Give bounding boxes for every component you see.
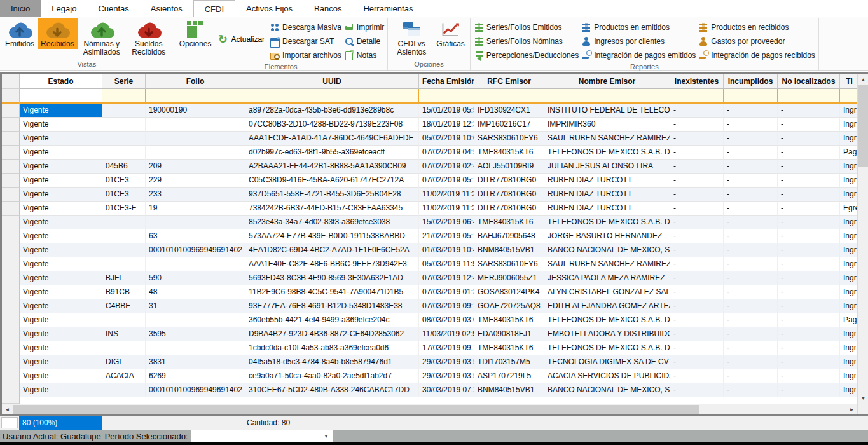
table-cell[interactable]: a897282a-0dca-435b-b3e6-dd913e289b8c — [245, 104, 419, 118]
table-cell[interactable]: GOAE720725AQ8 — [474, 299, 544, 313]
filter-cell[interactable] — [419, 89, 474, 104]
row-header[interactable] — [2, 341, 20, 355]
table-cell[interactable]: Vigente — [20, 118, 102, 132]
grid-corner-cell[interactable] — [2, 74, 20, 89]
table-cell[interactable]: 233 — [146, 188, 245, 202]
row-header[interactable] — [2, 229, 20, 243]
table-cell[interactable]: Vigente — [20, 188, 102, 202]
table-cell[interactable]: 01CE3-E — [102, 202, 146, 216]
table-cell[interactable]: Vigente — [20, 271, 102, 285]
table-cell[interactable]: SARS830610FY6 — [474, 257, 544, 271]
table-cell[interactable] — [102, 104, 146, 118]
tab-cfdi[interactable]: CFDI — [193, 0, 235, 17]
table-cell[interactable]: - — [724, 257, 778, 271]
row-header[interactable] — [2, 271, 20, 285]
table-cell[interactable]: 3831 — [146, 355, 245, 369]
table-cell[interactable]: 1cbdc0da-c10f-4a53-ab83-a369efcea0d6 — [245, 341, 419, 355]
table-cell[interactable]: Vigente — [20, 132, 102, 146]
table-cell[interactable]: - — [778, 369, 840, 383]
cfdi-vs-asientos-button[interactable]: CFDI vs Asientos — [390, 18, 433, 57]
table-cell[interactable]: - — [670, 341, 724, 355]
table-cell[interactable]: 573AA724-E77B-439E-B0D0-1911538BABBD — [245, 229, 419, 243]
table-cell[interactable]: 08/03/2019 03:07: — [419, 313, 474, 327]
table-cell[interactable]: - — [724, 271, 778, 285]
table-cell[interactable]: - — [778, 313, 840, 327]
table-cell[interactable]: Vigente — [20, 104, 102, 118]
table-cell[interactable]: 5693FD43-8C3B-4F90-8569-3E30A632F1AD — [245, 271, 419, 285]
table-cell[interactable]: - — [724, 188, 778, 202]
table-cell[interactable]: Vigente — [20, 174, 102, 188]
column-header[interactable]: Serie — [102, 74, 146, 89]
table-cell[interactable] — [146, 118, 245, 132]
row-header[interactable] — [2, 216, 20, 229]
table-cell[interactable]: 48 — [146, 285, 245, 299]
row-header[interactable] — [2, 355, 20, 369]
table-cell[interactable]: 17/03/2019 09:19: — [419, 341, 474, 355]
table-cell[interactable]: ACACIA — [102, 369, 146, 383]
table-cell[interactable]: - — [670, 271, 724, 285]
importar-archivos-button[interactable]: Importar archivos — [270, 49, 341, 62]
table-cell[interactable]: 15/01/2019 05:59: — [419, 104, 474, 118]
filter-cell[interactable] — [840, 89, 857, 104]
table-cell[interactable]: TELEFONOS DE MEXICO S.A.B. DE C.V — [544, 146, 670, 160]
table-cell[interactable]: B91CB — [102, 285, 146, 299]
table-cell[interactable]: 18/01/2019 12:32: — [419, 118, 474, 132]
filter-cell[interactable] — [2, 89, 20, 104]
scroll-right-icon[interactable]: ► — [846, 404, 857, 415]
table-cell[interactable]: ACACIA SERVICIOS DE PUBLICIDAD S — [544, 369, 670, 383]
table-cell[interactable]: Vigente — [20, 257, 102, 271]
row-header[interactable] — [2, 243, 20, 257]
table-cell[interactable]: - — [778, 174, 840, 188]
productos-en-recibidos-button[interactable]: Productos en recibidos — [698, 21, 815, 34]
table-cell[interactable]: 11/02/2019 11:24: — [419, 188, 474, 202]
table-cell[interactable]: 63 — [146, 229, 245, 243]
table-cell[interactable]: - — [778, 285, 840, 299]
table-cell[interactable]: JESSICA PAOLA MEZA RAMIREZ — [544, 271, 670, 285]
tab-asientos[interactable]: Asientos — [140, 0, 193, 17]
column-header[interactable]: No localizados — [778, 74, 840, 89]
table-cell[interactable]: 15/02/2019 06:43: — [419, 216, 474, 229]
productos-en-emitidos-button[interactable]: Productos en emitidos — [581, 21, 696, 34]
table-cell[interactable]: 21/02/2019 05:17: — [419, 229, 474, 243]
table-cell[interactable]: BNM840515VB1 — [474, 383, 544, 397]
table-cell[interactable]: - — [670, 327, 724, 341]
table-cell[interactable]: - — [724, 202, 778, 216]
table-cell[interactable]: 4EA1D82C-69D4-4BC2-A7AD-1F1F0F6CE52A — [245, 243, 419, 257]
table-cell[interactable] — [146, 216, 245, 229]
table-cell[interactable]: Ingr — [840, 369, 857, 383]
row-header[interactable] — [2, 383, 20, 397]
table-cell[interactable]: 07/02/2019 02:49: — [419, 160, 474, 174]
row-header[interactable] — [2, 257, 20, 271]
row-header[interactable] — [2, 188, 20, 202]
table-cell[interactable]: 01CE3 — [102, 174, 146, 188]
table-cell[interactable]: TME840315KT6 — [474, 313, 544, 327]
table-cell[interactable] — [102, 341, 146, 355]
table-cell[interactable] — [102, 216, 146, 229]
table-cell[interactable]: - — [724, 104, 778, 118]
row-header[interactable] — [2, 160, 20, 174]
scroll-up-icon[interactable]: ▲ — [858, 74, 868, 85]
table-cell[interactable]: - — [778, 216, 840, 229]
table-cell[interactable]: Egre — [840, 202, 857, 216]
table-cell[interactable]: Ingr — [840, 229, 857, 243]
table-cell[interactable]: Ingr — [840, 174, 857, 188]
table-cell[interactable]: BNM840515VB1 — [474, 243, 544, 257]
table-cell[interactable]: Ingr — [840, 383, 857, 397]
recibidos-button[interactable]: Recibidos — [38, 18, 78, 49]
table-cell[interactable]: 045B6 — [102, 160, 146, 174]
table-cell[interactable]: SAUL RUBEN SANCHEZ RAMIREZ — [544, 132, 670, 146]
table-cell[interactable]: Ingr — [840, 355, 857, 369]
row-header[interactable] — [2, 118, 20, 132]
sueldos-recibidos-button[interactable]: Sueldos Recibidos — [126, 18, 172, 57]
integracion-pagos-emitidos-button[interactable]: Integración de pagos emitidos — [581, 49, 696, 62]
table-cell[interactable]: - — [724, 299, 778, 313]
table-cell[interactable] — [102, 118, 146, 132]
table-cell[interactable]: 0001010100969949691402 — [146, 383, 245, 397]
table-cell[interactable]: TELEFONOS DE MEXICO S.A.B. DE C.V — [544, 216, 670, 229]
table-cell[interactable]: TDI1703157M5 — [474, 355, 544, 369]
table-cell[interactable]: - — [724, 383, 778, 397]
column-header[interactable]: Incumplidos — [724, 74, 778, 89]
table-cell[interactable]: BAHJ670905648 — [474, 229, 544, 243]
table-cell[interactable] — [102, 383, 146, 397]
table-cell[interactable]: JULIAN JESUS ALONSO LIRA — [544, 160, 670, 174]
